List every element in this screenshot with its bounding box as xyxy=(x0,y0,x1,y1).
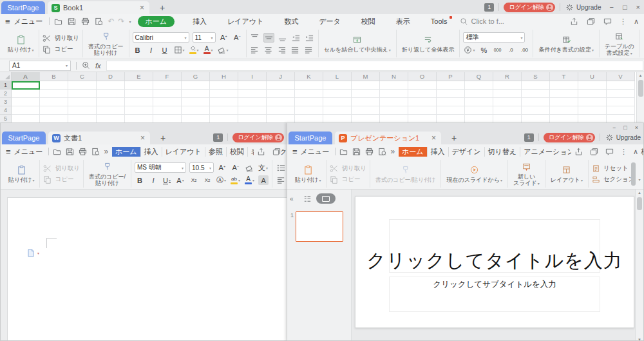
cell-J1[interactable] xyxy=(267,81,295,90)
more-icon[interactable]: ⋮ xyxy=(620,148,627,156)
cell-H1[interactable] xyxy=(210,81,238,90)
cell-I2[interactable] xyxy=(238,90,267,98)
window-switch-icon[interactable] xyxy=(589,147,599,157)
column-header-E[interactable]: E xyxy=(125,72,153,81)
more-tools-icon[interactable]: » xyxy=(104,148,108,155)
cell-A2[interactable] xyxy=(12,90,40,98)
column-header-P[interactable]: P xyxy=(437,72,465,81)
ribbon-tab-レイアウト[interactable]: レイアウト xyxy=(162,147,205,157)
cell-A3[interactable] xyxy=(12,98,40,106)
cell-N5[interactable] xyxy=(380,115,408,122)
increase-indent-button[interactable] xyxy=(305,33,315,43)
column-header-G[interactable]: G xyxy=(182,72,210,81)
bold-button[interactable]: B xyxy=(133,45,143,55)
paste-button[interactable]: 貼り付け▾ xyxy=(293,164,323,184)
cell-I5[interactable] xyxy=(238,115,267,122)
column-header-K[interactable]: K xyxy=(295,72,323,81)
decrease-indent-button[interactable] xyxy=(291,33,301,43)
column-header-F[interactable]: F xyxy=(153,72,182,81)
cell-J5[interactable] xyxy=(267,115,295,122)
cell-G3[interactable] xyxy=(182,98,210,106)
decrease-decimal-button[interactable]: .0 xyxy=(506,45,516,55)
cell-G1[interactable] xyxy=(182,81,210,90)
new-tab-button[interactable]: + xyxy=(157,1,167,14)
comment-icon[interactable] xyxy=(603,17,612,26)
undo-icon[interactable]: ↶ xyxy=(108,17,114,25)
cell-U5[interactable] xyxy=(578,115,607,122)
subscript-button[interactable]: X2 xyxy=(202,175,213,185)
ribbon-tab-ホーム[interactable]: ホーム xyxy=(112,147,141,157)
tab-book1[interactable]: S Book1 × xyxy=(48,1,149,14)
new-tab-button[interactable]: + xyxy=(449,132,459,144)
char-border-button[interactable]: A▾ xyxy=(175,175,185,185)
ribbon-tab-アニメーション[interactable]: アニメーション xyxy=(520,147,578,157)
logout-button[interactable]: ログイン解除 xyxy=(232,133,284,142)
clear-format-button[interactable] xyxy=(244,163,254,173)
paste-button[interactable]: 貼り付け▾ xyxy=(6,164,36,184)
menu-button[interactable]: メニュー xyxy=(14,17,43,26)
column-header-B[interactable]: B xyxy=(40,72,68,81)
share-icon[interactable] xyxy=(574,147,583,157)
doc-count-badge[interactable]: 1 xyxy=(213,133,223,142)
subtitle-placeholder[interactable]: クリックしてサブタイトルを入力 xyxy=(389,277,600,312)
tab-document1[interactable]: W 文書1 × xyxy=(48,132,150,144)
cell-C5[interactable] xyxy=(68,115,97,122)
cell-U3[interactable] xyxy=(578,98,607,106)
print-preview-icon[interactable] xyxy=(377,147,387,157)
column-header-Q[interactable]: Q xyxy=(465,72,493,81)
cell-A5[interactable] xyxy=(12,115,40,122)
thousand-separator-button[interactable]: 000 xyxy=(492,45,502,55)
open-icon[interactable] xyxy=(339,147,348,157)
increase-decimal-button[interactable]: .00 xyxy=(519,45,529,55)
cell-E3[interactable] xyxy=(125,98,153,106)
new-slide-button[interactable]: 新しいスライド▾ xyxy=(511,161,542,187)
cell-L3[interactable] xyxy=(323,98,352,106)
char-shading-button[interactable]: A xyxy=(258,175,269,185)
cell-O1[interactable] xyxy=(408,81,437,90)
writer-document-area[interactable]: ▾ xyxy=(1,190,287,341)
cell-F1[interactable] xyxy=(153,81,182,90)
cell-G4[interactable] xyxy=(182,106,210,115)
column-header-N[interactable]: N xyxy=(380,72,408,81)
ribbon-scrollbar[interactable] xyxy=(631,162,636,186)
window-switch-icon[interactable] xyxy=(272,147,281,157)
cell-S3[interactable] xyxy=(522,98,550,106)
cell-J4[interactable] xyxy=(267,106,295,115)
print-icon[interactable] xyxy=(365,147,374,157)
phonetic-guide-button[interactable]: 文▾ xyxy=(258,163,269,173)
table-style-button[interactable]: テーブルの書式設定▾ xyxy=(603,31,636,57)
doc-count-badge[interactable]: 1 xyxy=(524,133,534,142)
cell-U4[interactable] xyxy=(578,106,607,115)
cell-O5[interactable] xyxy=(408,115,437,122)
cell-Q3[interactable] xyxy=(465,98,493,106)
ribbon-tab-データ[interactable]: データ xyxy=(316,16,343,27)
font-color-button[interactable]: A▾ xyxy=(244,175,255,185)
row-header-5[interactable]: 5 xyxy=(0,115,12,122)
superscript-button[interactable]: X2 xyxy=(189,175,199,185)
cell-M5[interactable] xyxy=(352,115,380,122)
cell-B2[interactable] xyxy=(40,90,68,98)
percent-button[interactable]: % xyxy=(478,45,489,55)
row-header-2[interactable]: 2 xyxy=(0,90,12,98)
cell-I4[interactable] xyxy=(238,106,267,115)
merge-center-button[interactable]: セルを結合して中央揃え▾ xyxy=(322,34,393,54)
cell-C3[interactable] xyxy=(68,98,97,106)
format-painter-button[interactable]: 書式のコピー/貼り付け xyxy=(374,164,438,183)
close-tab-icon[interactable]: × xyxy=(139,133,146,142)
ribbon-tab-表示[interactable]: 表示 xyxy=(393,16,413,27)
justify-button[interactable] xyxy=(290,45,301,55)
cell-P5[interactable] xyxy=(437,115,465,122)
ribbon-tab-ホーム[interactable]: ホーム xyxy=(399,147,428,157)
ribbon-tab-校閲[interactable]: 校閲 xyxy=(359,16,378,27)
cell-V2[interactable] xyxy=(607,90,635,98)
logout-button[interactable]: ログイン解除 xyxy=(504,3,555,12)
cell-T1[interactable] xyxy=(550,81,578,90)
cell-F4[interactable] xyxy=(153,106,182,115)
cell-K4[interactable] xyxy=(295,106,323,115)
cell-V4[interactable] xyxy=(607,106,635,115)
cell-P1[interactable] xyxy=(437,81,465,90)
outline-view-icon[interactable] xyxy=(303,194,312,204)
cell-T3[interactable] xyxy=(550,98,578,106)
collapse-panel-icon[interactable]: « xyxy=(290,195,294,202)
cut-button[interactable]: 切り取り xyxy=(43,34,79,43)
